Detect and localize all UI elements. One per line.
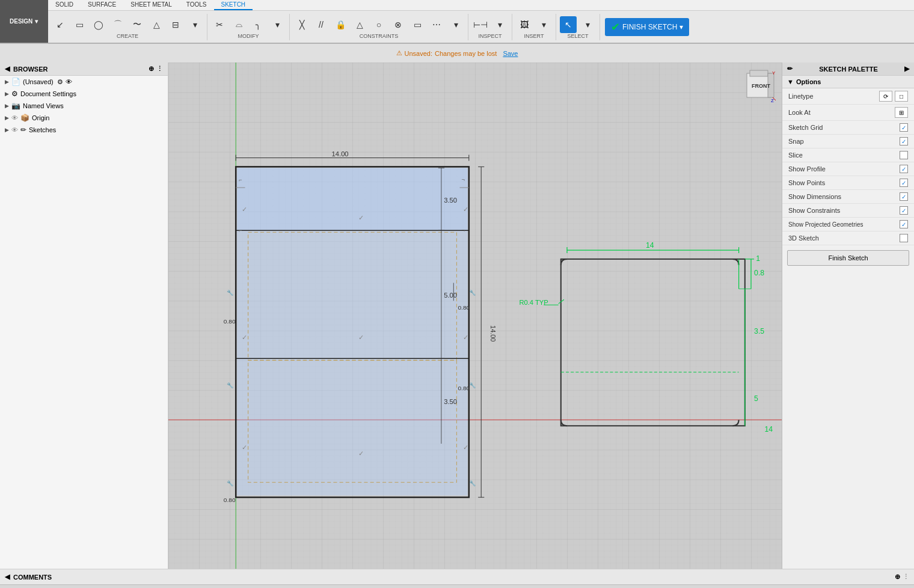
svg-text:✓: ✓ (242, 206, 247, 213)
linetype-control[interactable]: ⟳ □ (879, 91, 908, 102)
line-tool[interactable]: ↙ (52, 16, 69, 33)
show-dimensions-checkbox[interactable]: ✓ (900, 192, 908, 201)
rect-tool[interactable]: ▭ (71, 16, 88, 33)
options-arrow-icon[interactable]: ▼ (787, 78, 794, 85)
spline-tool[interactable]: 〜 (129, 16, 146, 33)
inspect-section: ⊢⊣ ▾ INSPECT (468, 14, 512, 40)
sketches-expand-icon[interactable]: ▶ (5, 127, 9, 133)
named-views-expand-icon[interactable]: ▶ (5, 103, 9, 109)
tab-solid[interactable]: SOLID (48, 0, 81, 10)
linetype-row: Linetype ⟳ □ (782, 88, 914, 105)
browser-collapse-icon[interactable]: ◀ (5, 65, 10, 73)
modify-dropdown[interactable]: ▾ (269, 16, 286, 33)
finish-sketch-dropdown-icon: ▾ (679, 23, 683, 31)
unsaved-settings-icon[interactable]: ⚙ (57, 78, 63, 86)
slice-checkbox[interactable] (900, 151, 908, 159)
show-constraints-checkbox[interactable]: ✓ (900, 206, 908, 215)
svg-text:¬: ¬ (462, 177, 465, 183)
viewport-fit-icon[interactable]: ⊡ (811, 586, 827, 589)
options-section: ▼ Options (782, 76, 914, 88)
orientation-cube[interactable]: FRONT Z Y (741, 67, 777, 103)
insert-image-tool[interactable]: 🖼 (516, 16, 533, 33)
svg-text:✓: ✓ (463, 206, 468, 213)
linetype-label: Linetype (788, 93, 814, 100)
extend-tool[interactable]: ⌓ (230, 16, 247, 33)
design-dropdown-icon: ▾ (35, 18, 38, 25)
tab-tools[interactable]: TOOLS (179, 0, 214, 10)
collinear-tool[interactable]: // (313, 16, 330, 33)
tab-sheet-metal[interactable]: SHEET METAL (123, 0, 179, 10)
circle2-tool[interactable]: ○ (370, 16, 387, 33)
viewport-orbit-icon[interactable]: ⟳ (749, 586, 766, 589)
create-dropdown[interactable]: ▾ (186, 16, 203, 33)
sidebar-item-named-views[interactable]: ▶ 📷 Named Views (0, 100, 168, 112)
origin-eye-icon[interactable]: 👁 (11, 114, 18, 121)
linetype-btn2[interactable]: □ (895, 91, 908, 102)
select-tool[interactable]: ↖ (560, 16, 577, 33)
warning-icon: ⚠ (396, 49, 402, 57)
browser-more-icon[interactable]: ⋮ (156, 65, 163, 73)
comments-add-icon[interactable]: ⊕ (895, 573, 900, 581)
sidebar-item-unsaved[interactable]: ▶ 📄 (Unsaved) ⚙ 👁 (0, 76, 168, 88)
show-profile-checkbox[interactable]: ✓ (900, 165, 908, 173)
sidebar-item-origin[interactable]: ▶ 👁 📦 Origin (0, 112, 168, 124)
svg-text:✓: ✓ (463, 444, 468, 451)
viewport-zoom-icon[interactable]: 🔍 (790, 586, 807, 589)
browser-options-icon[interactable]: ⊕ (149, 65, 154, 73)
3d-sketch-checkbox[interactable] (900, 234, 908, 242)
tab-sketch[interactable]: SKETCH (214, 0, 253, 10)
settings-icon[interactable]: ⚙ (892, 586, 909, 589)
lock-tool[interactable]: 🔒 (332, 16, 349, 33)
canvas-area[interactable]: ⌐ ¬ ⌐ ¬ ✓ ✓ ✓ ✓ ✓ ✓ ✓ ✓ ✓ 🔧 🔧 🔧 🔧 🔧 🔧 (168, 63, 782, 569)
sketch-palette-expand-icon[interactable]: ▶ (904, 65, 909, 73)
trim-tool[interactable]: ✂ (211, 16, 228, 33)
viewport-grid-icon[interactable]: ⊟ (851, 586, 868, 589)
triangle-tool[interactable]: △ (351, 16, 368, 33)
comments-expand-icon[interactable]: ◀ (5, 573, 10, 581)
finish-sketch-toolbar-button[interactable]: ✔ FINISH SKETCH ▾ (605, 18, 689, 36)
origin-expand-icon[interactable]: ▶ (5, 115, 9, 121)
viewport-display-icon[interactable]: ⊠ (872, 586, 889, 589)
look-at-control[interactable]: ⊞ (895, 107, 908, 118)
linetype-btn1[interactable]: ⟳ (879, 91, 892, 102)
inspect-tool[interactable]: ⊢⊣ (472, 16, 489, 33)
modify-section: ✂ ⌓ ╮ ▾ MODIFY (207, 14, 290, 40)
snap-checkbox[interactable]: ✓ (900, 137, 908, 145)
save-button[interactable]: Save (503, 50, 518, 57)
dim-0-80-tr: 0.80 (458, 304, 470, 311)
sketches-eye-icon[interactable]: 👁 (11, 126, 18, 133)
named-views-label: Named Views (23, 102, 64, 109)
unsaved-eye-icon[interactable]: 👁 (66, 78, 72, 85)
doc-settings-expand-icon[interactable]: ▶ (5, 91, 9, 97)
coincident-tool[interactable]: ╳ (293, 16, 310, 33)
design-menu[interactable]: DESIGN ▾ (0, 0, 48, 43)
sidebar-item-sketches[interactable]: ▶ 👁 ✏ Sketches (0, 124, 168, 136)
polygon-tool[interactable]: △ (148, 16, 165, 33)
finish-sketch-button[interactable]: Finish Sketch (787, 250, 909, 266)
show-projected-checkbox[interactable]: ✓ (900, 220, 908, 228)
slot-tool[interactable]: ⊟ (167, 16, 184, 33)
insert-dropdown[interactable]: ▾ (535, 16, 552, 33)
select-dropdown[interactable]: ▾ (579, 16, 596, 33)
svg-text:⌐: ⌐ (239, 227, 242, 233)
constraint-more[interactable]: ⋯ (428, 16, 445, 33)
viewport-pan-icon[interactable]: ✋ (770, 586, 787, 589)
tab-surface[interactable]: SURFACE (81, 0, 123, 10)
rect2-tool[interactable]: ▭ (409, 16, 426, 33)
arc-tool[interactable]: ⌒ (109, 16, 126, 33)
warning-text: Changes may be lost (435, 50, 497, 57)
show-points-checkbox[interactable]: ✓ (900, 179, 908, 187)
unsaved-expand-icon[interactable]: ▶ (5, 79, 9, 85)
constraints-dropdown[interactable]: ▾ (447, 16, 464, 33)
inspect-dropdown[interactable]: ▾ (491, 16, 508, 33)
viewport-zoom-window-icon[interactable]: ⊞ (831, 586, 848, 589)
sym-tool[interactable]: ⊗ (390, 16, 406, 33)
right-dim-14b: 14 (764, 425, 773, 433)
sketch-grid-checkbox[interactable]: ✓ (900, 123, 908, 132)
sketch-palette-title: SKETCH PALETTE (819, 66, 878, 73)
circle-tool[interactable]: ◯ (90, 16, 107, 33)
sidebar-item-doc-settings[interactable]: ▶ ⚙ Document Settings (0, 88, 168, 100)
look-at-btn[interactable]: ⊞ (895, 107, 908, 118)
svg-text:🔧: 🔧 (227, 480, 234, 487)
fillet-tool[interactable]: ╮ (250, 16, 266, 33)
